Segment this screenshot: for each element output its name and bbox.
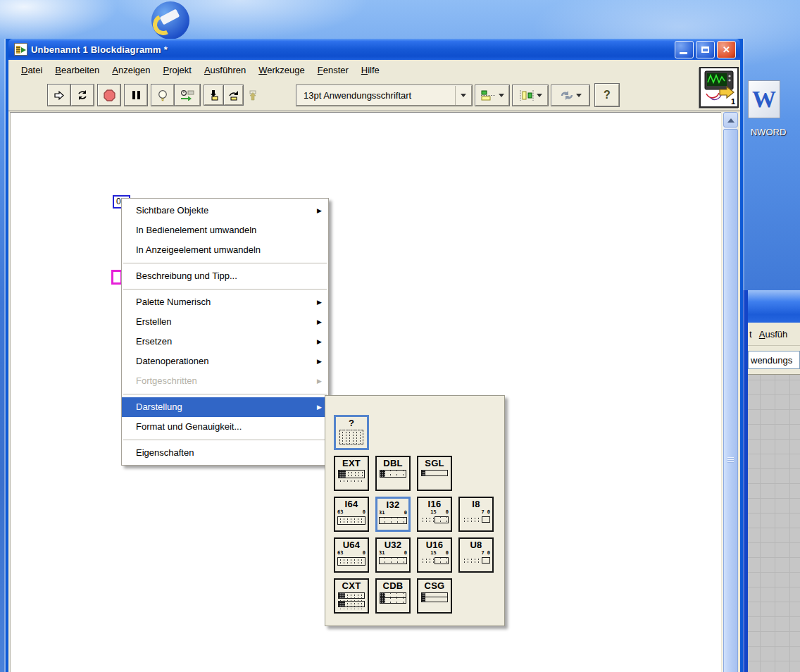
vi-icon-panel[interactable]: 1	[699, 67, 739, 108]
context-item-in-anzeigeelement[interactable]: In Anzeigeelement umwandeln	[122, 240, 328, 260]
palette-item-i16[interactable]: I16 150	[417, 497, 452, 532]
desktop-app-icon[interactable]	[151, 1, 189, 39]
highlight-execution-button[interactable]	[151, 85, 174, 106]
context-item-datenoperationen[interactable]: Datenoperationen▶	[122, 351, 328, 371]
menu-item-anzeigen[interactable]: Anzeigen	[106, 63, 156, 77]
bitfield-icon	[380, 592, 406, 604]
bitfield-icon	[380, 470, 406, 478]
front-panel-menu-fragment: t Ausfüh	[749, 329, 787, 340]
palette-item-i32[interactable]: I32 310	[375, 497, 411, 532]
palette-item-adapt[interactable]: ?	[334, 415, 369, 450]
palette-item-u16[interactable]: U16 150	[417, 537, 452, 573]
step-into-button[interactable]	[204, 85, 223, 105]
scroll-up-button[interactable]	[723, 112, 738, 127]
run-continuously-button[interactable]	[71, 85, 94, 106]
context-item-erstellen[interactable]: Erstellen▶	[122, 312, 328, 332]
submenu-arrow-icon: ▶	[317, 351, 322, 371]
step-into-icon	[208, 89, 219, 101]
retain-wire-values-button[interactable]	[175, 85, 200, 106]
scrollbar-grip	[727, 457, 734, 463]
front-panel-font-selector[interactable]: wendungs	[748, 351, 800, 369]
palette-item-cdb[interactable]: CDB	[375, 578, 411, 614]
vertical-scrollbar[interactable]	[723, 112, 737, 672]
menu-item-projekt[interactable]: Projekt	[157, 63, 196, 77]
menu-item-hilfe[interactable]: Hilfe	[356, 63, 385, 77]
palette-item-u64[interactable]: U64 630	[334, 537, 369, 573]
palette-item-i64[interactable]: I64 630	[334, 497, 369, 532]
lightbulb-icon	[157, 89, 168, 101]
context-item-eigenschaften[interactable]: Eigenschaften	[122, 443, 328, 463]
align-objects-icon	[481, 90, 496, 101]
vi-number: 1	[731, 97, 735, 106]
abort-button[interactable]	[98, 85, 120, 106]
palette-item-ext[interactable]: EXT	[334, 456, 369, 491]
context-item-fortgeschritten[interactable]: Fortgeschritten▶	[122, 371, 328, 391]
maximize-button[interactable]	[696, 41, 715, 58]
context-item-in-bedienelement[interactable]: In Bedienelement umwandeln	[122, 220, 328, 240]
font-selector-value: 13pt Anwendungsschriftart	[297, 86, 455, 105]
close-icon: ✕	[723, 45, 730, 54]
submenu-arrow-icon: ▶	[317, 201, 322, 220]
front-panel-titlebar[interactable]	[748, 290, 800, 323]
pause-button[interactable]	[125, 85, 147, 106]
desktop-word-icon[interactable]: W	[746, 79, 785, 121]
font-selector-dropdown[interactable]	[455, 86, 471, 105]
toolbar-buttons	[48, 85, 263, 106]
window-controls: ✕	[675, 41, 736, 58]
front-panel-menubar[interactable]: t Ausfüh	[748, 323, 800, 346]
submenu-arrow-icon: ▶	[317, 397, 322, 417]
front-panel-window[interactable]: t Ausfüh wendungs	[743, 290, 800, 672]
palette-item-u32[interactable]: U32 310	[375, 537, 411, 573]
step-out-button[interactable]	[244, 85, 263, 105]
context-item-darstellung[interactable]: Darstellung▶	[122, 397, 328, 417]
minimize-button[interactable]	[675, 41, 694, 58]
step-over-button[interactable]	[224, 85, 243, 105]
word-page-icon: W	[748, 80, 780, 118]
bitfield-icon	[379, 517, 407, 524]
palette-item-dbl[interactable]: DBL	[375, 456, 411, 491]
bitfield-icon	[420, 557, 449, 564]
pause-icon	[132, 90, 141, 100]
titlebar[interactable]: Unbenannt 1 Blockdiagramm * ✕	[8, 39, 740, 60]
context-item-sichtbare-objekte[interactable]: Sichtbare Objekte▶	[122, 201, 328, 220]
menu-item-bearbeiten[interactable]: Bearbeiten	[49, 63, 105, 77]
palette-item-u8[interactable]: U8 70	[458, 537, 494, 573]
help-icon: ?	[604, 89, 611, 101]
context-item-beschreibung-und-tipp[interactable]: Beschreibung und Tipp...	[122, 266, 328, 286]
maximize-icon	[701, 46, 709, 53]
font-selector[interactable]: 13pt Anwendungsschriftart	[296, 85, 472, 106]
palette-item-sgl[interactable]: SGL	[417, 456, 452, 491]
front-panel-toolbar: wendungs	[748, 346, 800, 375]
distribute-objects-icon	[519, 90, 535, 101]
front-panel-grid[interactable]	[748, 375, 800, 672]
scrollbar-thumb[interactable]	[723, 129, 738, 672]
palette-item-i8[interactable]: I8 70	[458, 497, 494, 532]
palette-item-cxt[interactable]: CXT	[334, 578, 369, 614]
context-item-palette-numerisch[interactable]: Palette Numerisch▶	[122, 292, 328, 312]
chevron-down-icon	[461, 94, 466, 100]
menu-separator	[123, 394, 327, 394]
close-button[interactable]: ✕	[717, 41, 736, 58]
run-button[interactable]	[48, 85, 70, 106]
menu-item-datei[interactable]: Datei	[15, 63, 48, 77]
menu-item-werkzeuge[interactable]: Werkzeuge	[253, 63, 311, 77]
palette-item-csg[interactable]: CSG	[417, 578, 452, 614]
menu-separator	[123, 263, 327, 263]
submenu-arrow-icon: ▶	[317, 292, 322, 312]
help-button[interactable]: ?	[595, 84, 619, 106]
menu-item-fenster[interactable]: Fenster	[312, 63, 354, 77]
menu-item-ausfuehren[interactable]: Ausführen	[199, 63, 251, 77]
distribute-objects-dropdown[interactable]	[513, 85, 548, 106]
run-continuously-icon	[76, 89, 89, 101]
reorder-dropdown[interactable]	[551, 85, 589, 106]
context-item-format-und-genauigkeit[interactable]: Format und Genauigkeit...	[122, 417, 328, 437]
align-objects-dropdown[interactable]	[475, 85, 509, 106]
context-menu: Sichtbare Objekte▶ In Bedienelement umwa…	[121, 198, 329, 466]
menu-separator	[123, 289, 327, 290]
word-letter: W	[752, 86, 776, 113]
bitfield-icon	[420, 516, 449, 523]
chevron-down-icon	[537, 94, 542, 100]
bitfield-icon	[421, 470, 448, 476]
context-item-ersetzen[interactable]: Ersetzen▶	[122, 332, 328, 351]
menubar: Datei Bearbeiten Anzeigen Projekt Ausfüh…	[8, 60, 740, 80]
